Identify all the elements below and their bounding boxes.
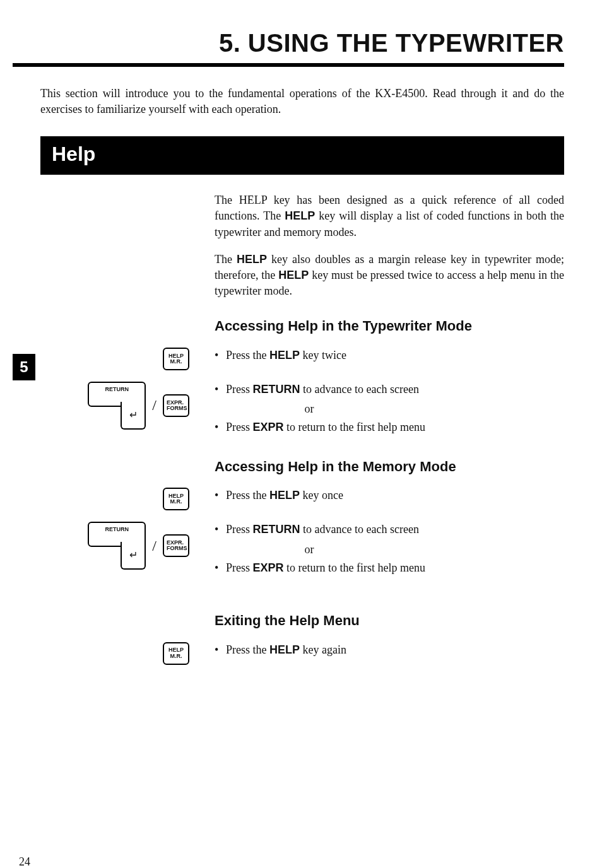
text: Press the [226, 643, 269, 656]
bullet: Press EXPR to return to the first help m… [215, 419, 564, 435]
bullet: Press RETURN to advance to each screen [215, 382, 564, 397]
text: Press [226, 523, 253, 536]
slash-separator: / [152, 536, 156, 557]
key-label: FORMS [167, 406, 187, 411]
subhead-exiting: Exiting the Help Menu [215, 611, 564, 631]
chapter-tab-5: 5 [13, 354, 35, 380]
text: to advance to each screen [300, 523, 419, 536]
text: key again [300, 643, 346, 656]
section-banner-help: Help [40, 136, 564, 175]
bullet: Press the HELP key again [215, 642, 564, 658]
text: key once [300, 489, 343, 501]
text: to return to the first help menu [284, 421, 425, 433]
return-arrow-icon: ↵ [121, 542, 146, 570]
text: Press [226, 383, 253, 396]
help-key-icon: HELP M.R. [163, 642, 189, 665]
text-bold: RETURN [253, 523, 300, 536]
bullet: Press the HELP key once [215, 488, 564, 503]
text-bold: EXPR [253, 561, 284, 574]
text-bold: HELP [285, 209, 315, 222]
key-label: M.R. [170, 654, 182, 659]
page-number: 24 [19, 854, 564, 868]
expr-key-icon: EXPR. FORMS [163, 534, 189, 557]
slash-separator: / [152, 395, 156, 416]
return-arrow-icon: ↵ [121, 402, 146, 430]
text: The [215, 253, 237, 266]
or-text: or [215, 401, 404, 417]
intro-paragraph: This section will introduce you to the f… [40, 86, 564, 117]
subhead-typewriter-mode: Accessing Help in the Typewriter Mode [215, 317, 564, 336]
text-bold: HELP [278, 269, 309, 281]
or-text: or [215, 542, 404, 558]
help-key-icon: HELP M.R. [163, 348, 189, 370]
text: to advance to each screen [300, 383, 419, 396]
help-key-icon: HELP M.R. [163, 488, 189, 510]
key-label: M.R. [170, 499, 182, 505]
bullet: Press EXPR to return to the first help m… [215, 560, 564, 576]
chapter-title: 5. USING THE TYPEWRITER [13, 25, 564, 67]
bullet: Press the HELP key twice [215, 348, 564, 363]
text-bold: EXPR [253, 421, 284, 433]
text: to return to the first help menu [284, 561, 425, 574]
text-bold: HELP [269, 489, 300, 501]
text: Press the [226, 489, 269, 501]
text: key twice [300, 349, 346, 361]
return-key-icon: RETURN ↵ [88, 522, 146, 570]
text-bold: HELP [269, 643, 300, 656]
text: Press the [226, 349, 269, 361]
bullet: Press RETURN to advance to each screen [215, 522, 564, 537]
text-bold: RETURN [253, 383, 300, 396]
text-bold: HELP [269, 349, 300, 361]
key-label: M.R. [170, 359, 182, 365]
text: Press [226, 561, 253, 574]
expr-key-icon: EXPR. FORMS [163, 394, 189, 417]
help-paragraph-2: The HELP key also doubles as a margin re… [215, 252, 564, 300]
key-label: FORMS [167, 546, 187, 551]
return-key-icon: RETURN ↵ [88, 382, 146, 430]
subhead-memory-mode: Accessing Help in the Memory Mode [215, 457, 564, 477]
help-paragraph-1: The HELP key has been designed as a quic… [215, 192, 564, 240]
text: Press [226, 421, 253, 433]
text-bold: HELP [237, 253, 267, 266]
